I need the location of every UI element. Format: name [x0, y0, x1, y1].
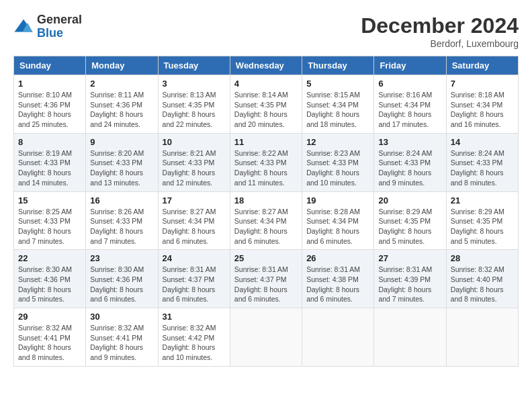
- day-info: Sunrise: 8:31 AM Sunset: 4:37 PM Dayligh…: [163, 265, 226, 304]
- day-info: Sunrise: 8:13 AM Sunset: 4:35 PM Dayligh…: [163, 90, 226, 130]
- day-cell-9: 9 Sunrise: 8:20 AM Sunset: 4:33 PM Dayli…: [86, 133, 158, 191]
- empty-cell-4-5: [374, 308, 446, 367]
- header-tuesday: Tuesday: [158, 56, 230, 75]
- day-number: 28: [451, 253, 514, 263]
- day-cell-23: 23 Sunrise: 8:30 AM Sunset: 4:36 PM Dayl…: [86, 250, 158, 308]
- day-cell-13: 13 Sunrise: 8:24 AM Sunset: 4:33 PM Dayl…: [374, 133, 446, 191]
- day-cell-16: 16 Sunrise: 8:26 AM Sunset: 4:33 PM Dayl…: [86, 191, 158, 250]
- day-info: Sunrise: 8:16 AM Sunset: 4:34 PM Dayligh…: [378, 90, 441, 130]
- day-cell-1: 1 Sunrise: 8:10 AM Sunset: 4:36 PM Dayli…: [14, 75, 86, 134]
- week-row-1: 1 Sunrise: 8:10 AM Sunset: 4:36 PM Dayli…: [14, 75, 519, 134]
- day-info: Sunrise: 8:29 AM Sunset: 4:35 PM Dayligh…: [451, 207, 514, 246]
- day-number: 19: [306, 195, 369, 205]
- day-info: Sunrise: 8:27 AM Sunset: 4:34 PM Dayligh…: [163, 207, 226, 246]
- title-section: December 2024 Berdorf, Luxembourg: [361, 13, 519, 49]
- day-info: Sunrise: 8:31 AM Sunset: 4:38 PM Dayligh…: [306, 265, 369, 304]
- day-cell-6: 6 Sunrise: 8:16 AM Sunset: 4:34 PM Dayli…: [374, 75, 446, 134]
- day-number: 23: [90, 253, 153, 263]
- day-info: Sunrise: 8:31 AM Sunset: 4:37 PM Dayligh…: [234, 265, 298, 304]
- logo-general: General: [37, 13, 82, 27]
- day-cell-4: 4 Sunrise: 8:14 AM Sunset: 4:35 PM Dayli…: [230, 75, 302, 134]
- header-monday: Monday: [86, 56, 158, 75]
- empty-cell-4-4: [302, 308, 374, 367]
- day-info: Sunrise: 8:22 AM Sunset: 4:33 PM Dayligh…: [234, 148, 298, 188]
- day-info: Sunrise: 8:20 AM Sunset: 4:33 PM Dayligh…: [90, 148, 153, 188]
- calendar-header-row: SundayMondayTuesdayWednesdayThursdayFrid…: [14, 56, 519, 75]
- day-number: 4: [234, 79, 298, 89]
- day-number: 1: [18, 79, 81, 89]
- day-number: 27: [378, 253, 441, 263]
- logo-icon: [13, 17, 34, 37]
- day-cell-30: 30 Sunrise: 8:32 AM Sunset: 4:41 PM Dayl…: [86, 308, 158, 367]
- empty-cell-4-6: [446, 308, 518, 367]
- day-cell-25: 25 Sunrise: 8:31 AM Sunset: 4:37 PM Dayl…: [230, 250, 302, 308]
- week-row-4: 22 Sunrise: 8:30 AM Sunset: 4:36 PM Dayl…: [14, 250, 519, 308]
- day-info: Sunrise: 8:10 AM Sunset: 4:36 PM Dayligh…: [18, 90, 81, 130]
- day-cell-19: 19 Sunrise: 8:28 AM Sunset: 4:34 PM Dayl…: [302, 191, 374, 250]
- day-number: 3: [163, 79, 226, 89]
- day-cell-7: 7 Sunrise: 8:18 AM Sunset: 4:34 PM Dayli…: [446, 75, 518, 134]
- day-number: 15: [18, 195, 81, 205]
- day-cell-2: 2 Sunrise: 8:11 AM Sunset: 4:36 PM Dayli…: [86, 75, 158, 134]
- day-cell-5: 5 Sunrise: 8:15 AM Sunset: 4:34 PM Dayli…: [302, 75, 374, 134]
- day-number: 10: [163, 137, 226, 147]
- day-cell-12: 12 Sunrise: 8:23 AM Sunset: 4:33 PM Dayl…: [302, 133, 374, 191]
- day-cell-3: 3 Sunrise: 8:13 AM Sunset: 4:35 PM Dayli…: [158, 75, 230, 134]
- day-cell-24: 24 Sunrise: 8:31 AM Sunset: 4:37 PM Dayl…: [158, 250, 230, 308]
- header-sunday: Sunday: [14, 56, 86, 75]
- day-info: Sunrise: 8:27 AM Sunset: 4:34 PM Dayligh…: [234, 207, 298, 246]
- day-info: Sunrise: 8:32 AM Sunset: 4:40 PM Dayligh…: [451, 265, 514, 304]
- day-info: Sunrise: 8:23 AM Sunset: 4:33 PM Dayligh…: [306, 148, 369, 188]
- day-number: 9: [90, 137, 153, 147]
- day-info: Sunrise: 8:24 AM Sunset: 4:33 PM Dayligh…: [378, 148, 441, 188]
- logo-text: General Blue: [37, 13, 82, 40]
- day-cell-21: 21 Sunrise: 8:29 AM Sunset: 4:35 PM Dayl…: [446, 191, 518, 250]
- calendar-table: SundayMondayTuesdayWednesdayThursdayFrid…: [13, 56, 519, 367]
- empty-cell-4-3: [230, 308, 302, 367]
- day-cell-10: 10 Sunrise: 8:21 AM Sunset: 4:33 PM Dayl…: [158, 133, 230, 191]
- day-number: 26: [306, 253, 369, 263]
- logo-blue: Blue: [37, 27, 82, 40]
- day-number: 11: [234, 137, 298, 147]
- day-cell-14: 14 Sunrise: 8:24 AM Sunset: 4:33 PM Dayl…: [446, 133, 518, 191]
- header-thursday: Thursday: [302, 56, 374, 75]
- day-info: Sunrise: 8:30 AM Sunset: 4:36 PM Dayligh…: [18, 265, 81, 304]
- day-number: 29: [18, 312, 81, 322]
- day-number: 25: [234, 253, 298, 263]
- day-info: Sunrise: 8:32 AM Sunset: 4:42 PM Dayligh…: [163, 323, 226, 363]
- logo: General Blue: [13, 13, 82, 40]
- day-number: 22: [18, 253, 81, 263]
- day-cell-31: 31 Sunrise: 8:32 AM Sunset: 4:42 PM Dayl…: [158, 308, 230, 367]
- day-cell-22: 22 Sunrise: 8:30 AM Sunset: 4:36 PM Dayl…: [14, 250, 86, 308]
- day-info: Sunrise: 8:21 AM Sunset: 4:33 PM Dayligh…: [163, 148, 226, 188]
- day-number: 30: [90, 312, 153, 322]
- day-number: 18: [234, 195, 298, 205]
- day-info: Sunrise: 8:30 AM Sunset: 4:36 PM Dayligh…: [90, 265, 153, 304]
- day-number: 14: [451, 137, 514, 147]
- day-info: Sunrise: 8:19 AM Sunset: 4:33 PM Dayligh…: [18, 148, 81, 188]
- page-header: General Blue December 2024 Berdorf, Luxe…: [13, 13, 519, 49]
- day-cell-26: 26 Sunrise: 8:31 AM Sunset: 4:38 PM Dayl…: [302, 250, 374, 308]
- day-info: Sunrise: 8:11 AM Sunset: 4:36 PM Dayligh…: [90, 90, 153, 130]
- day-number: 7: [451, 79, 514, 89]
- day-info: Sunrise: 8:15 AM Sunset: 4:34 PM Dayligh…: [306, 90, 369, 130]
- day-info: Sunrise: 8:28 AM Sunset: 4:34 PM Dayligh…: [306, 207, 369, 246]
- week-row-2: 8 Sunrise: 8:19 AM Sunset: 4:33 PM Dayli…: [14, 133, 519, 191]
- day-info: Sunrise: 8:26 AM Sunset: 4:33 PM Dayligh…: [90, 207, 153, 246]
- day-cell-27: 27 Sunrise: 8:31 AM Sunset: 4:39 PM Dayl…: [374, 250, 446, 308]
- day-number: 24: [163, 253, 226, 263]
- day-info: Sunrise: 8:32 AM Sunset: 4:41 PM Dayligh…: [90, 323, 153, 363]
- day-number: 5: [306, 79, 369, 89]
- month-title: December 2024: [361, 13, 519, 38]
- day-number: 16: [90, 195, 153, 205]
- day-cell-8: 8 Sunrise: 8:19 AM Sunset: 4:33 PM Dayli…: [14, 133, 86, 191]
- week-row-5: 29 Sunrise: 8:32 AM Sunset: 4:41 PM Dayl…: [14, 308, 519, 367]
- day-info: Sunrise: 8:14 AM Sunset: 4:35 PM Dayligh…: [234, 90, 298, 130]
- day-number: 2: [90, 79, 153, 89]
- day-number: 6: [378, 79, 441, 89]
- day-info: Sunrise: 8:29 AM Sunset: 4:35 PM Dayligh…: [378, 207, 441, 246]
- day-info: Sunrise: 8:18 AM Sunset: 4:34 PM Dayligh…: [451, 90, 514, 130]
- day-number: 31: [163, 312, 226, 322]
- day-info: Sunrise: 8:31 AM Sunset: 4:39 PM Dayligh…: [378, 265, 441, 304]
- day-cell-15: 15 Sunrise: 8:25 AM Sunset: 4:33 PM Dayl…: [14, 191, 86, 250]
